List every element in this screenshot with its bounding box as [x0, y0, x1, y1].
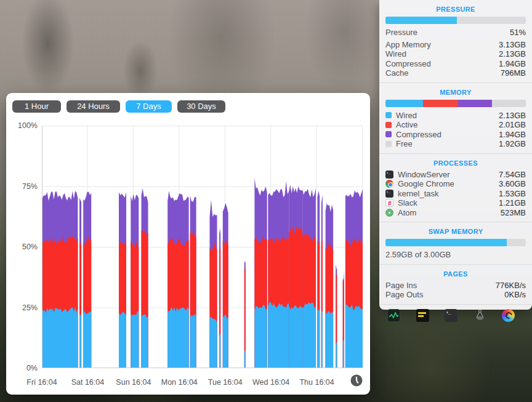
- legend-row: Wired2.13GB: [385, 111, 526, 121]
- range-button-24-hours[interactable]: 24 Hours: [66, 100, 120, 113]
- swap-usage-row: 2.59GB of 3.00GB: [385, 250, 526, 260]
- istat-memory-panel: PRESSURE Pressure 51% App Memory3.13GB W…: [379, 0, 532, 310]
- app-shortcut-row: [379, 305, 532, 322]
- range-button-1-hour[interactable]: 1 Hour: [12, 100, 61, 113]
- x-axis-tick: Wed 16:04: [252, 378, 289, 387]
- x-axis-tick: Thu 16:04: [299, 378, 334, 387]
- memory-section: MEMORY Wired2.13GB Active2.01GB Compress…: [379, 83, 532, 154]
- x-axis-tick: Sat 16:04: [71, 378, 105, 387]
- terminal-icon: [385, 171, 393, 179]
- x-axis-tick: Tue 16:04: [208, 378, 243, 387]
- memory-section-title: MEMORY: [385, 83, 526, 99]
- pages-section-title: PAGES: [385, 265, 526, 281]
- pressure-bar-fill: [385, 17, 457, 24]
- terminal-app-icon[interactable]: [445, 309, 457, 322]
- free-swatch: [385, 141, 392, 147]
- legend-row: Compressed1.94GB: [385, 130, 526, 140]
- memory-history-popover: 1 Hour 24 Hours 7 Days 30 Days 100% 75% …: [6, 93, 370, 395]
- y-axis-tick: 75%: [22, 182, 38, 191]
- memory-bar-free: [492, 100, 526, 107]
- color-wheel-icon[interactable]: [502, 309, 515, 322]
- processes-section: PROCESSES WindowServer7.54GB Google Chro…: [379, 154, 532, 223]
- x-axis-tick: Sun 16:04: [116, 378, 151, 387]
- clock-button[interactable]: [350, 374, 363, 387]
- stat-row: Cache796MB: [385, 68, 526, 78]
- process-row: Atom523MB: [385, 208, 526, 218]
- pressure-bar: [385, 17, 526, 24]
- legend-row: Free1.92GB: [385, 139, 526, 149]
- terminal-icon: [385, 190, 393, 198]
- process-row: WindowServer7.54GB: [385, 170, 526, 180]
- y-axis-tick: 0%: [26, 364, 38, 372]
- x-axis-tick: Fri 16:04: [26, 378, 57, 387]
- stat-row: Wired2.13GB: [385, 49, 526, 59]
- processes-section-title: PROCESSES: [385, 154, 526, 170]
- y-axis-tick: 100%: [18, 121, 38, 130]
- marked-app-icon[interactable]: [416, 309, 429, 322]
- pressure-section: PRESSURE Pressure 51% App Memory3.13GB W…: [379, 0, 532, 83]
- atom-icon: [385, 209, 393, 217]
- grabber-claw-icon[interactable]: [474, 309, 486, 322]
- swap-section-title: SWAP MEMORY: [385, 222, 526, 238]
- compressed-swatch: [385, 131, 392, 137]
- swap-bar: [385, 239, 526, 246]
- range-button-7-days[interactable]: 7 Days: [126, 100, 172, 113]
- stat-row: Compressed1.94GB: [385, 59, 526, 69]
- slack-icon: [385, 199, 393, 207]
- wired-swatch: [385, 112, 392, 118]
- process-row: Google Chrome3.60GB: [385, 179, 526, 189]
- active-swatch: [385, 122, 392, 128]
- process-row: kernel_task1.53GB: [385, 189, 526, 199]
- memory-bar-compressed: [458, 100, 492, 107]
- clock-icon: [350, 374, 363, 387]
- y-axis-tick: 50%: [22, 243, 38, 251]
- stacked-area-plot: [42, 126, 363, 368]
- activity-graph-icon[interactable]: [387, 309, 400, 322]
- y-axis-tick: 25%: [22, 304, 38, 312]
- stat-row: App Memory3.13GB: [385, 40, 526, 50]
- time-range-buttons: 1 Hour 24 Hours 7 Days 30 Days: [12, 100, 225, 113]
- memory-usage-bar: [385, 100, 526, 107]
- process-row: Slack1.21GB: [385, 198, 526, 208]
- legend-row: Active2.01GB: [385, 120, 526, 130]
- pages-section: PAGES Page Ins776KB/s Page Outs0KB/s: [379, 265, 532, 305]
- swap-section: SWAP MEMORY 2.59GB of 3.00GB: [379, 222, 532, 265]
- range-button-30-days[interactable]: 30 Days: [177, 100, 225, 113]
- memory-bar-wired: [385, 100, 423, 107]
- pressure-row: Pressure 51%: [385, 28, 526, 38]
- pages-row: Page Outs0KB/s: [385, 290, 526, 300]
- swap-bar-fill: [385, 239, 507, 246]
- memory-usage-chart: 100% 75% 50% 25% 0% Fri 16:04 Sat 16:04 …: [42, 126, 363, 368]
- chrome-icon: [385, 180, 393, 188]
- memory-bar-active: [423, 100, 458, 107]
- x-axis-tick: Mon 16:04: [161, 378, 198, 387]
- pressure-section-title: PRESSURE: [385, 0, 526, 16]
- pages-row: Page Ins776KB/s: [385, 281, 526, 291]
